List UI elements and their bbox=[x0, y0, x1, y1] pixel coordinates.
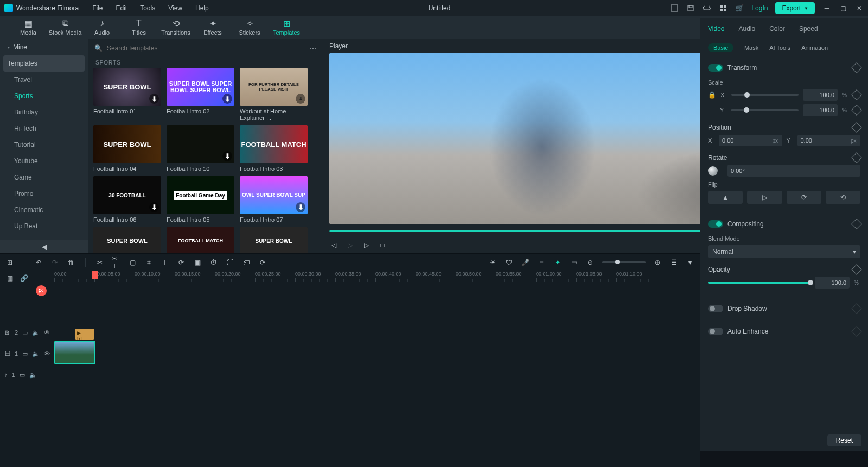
frame-icon[interactable]: ▭ bbox=[570, 258, 578, 267]
transform-toggle[interactable] bbox=[708, 64, 723, 72]
cat-cinematic[interactable]: Cinematic bbox=[0, 202, 88, 218]
sidebar-mine[interactable]: Mine bbox=[0, 39, 88, 55]
keyframe-icon[interactable] bbox=[851, 62, 862, 73]
export-button[interactable]: Export▼ bbox=[775, 2, 815, 14]
play-icon[interactable]: ▷ bbox=[362, 241, 371, 250]
more-icon[interactable]: ▾ bbox=[686, 258, 694, 267]
nav-titles[interactable]: TTitles bbox=[120, 16, 157, 39]
zoom-in-icon[interactable]: ⊕ bbox=[653, 258, 662, 267]
keyframe-icon[interactable] bbox=[851, 152, 862, 163]
tab-color[interactable]: Color bbox=[769, 25, 785, 33]
scale-y-slider[interactable] bbox=[731, 109, 799, 111]
menu-view[interactable]: View bbox=[168, 4, 182, 12]
tab-speed[interactable]: Speed bbox=[799, 25, 818, 33]
nav-templates[interactable]: ⊞Templates bbox=[268, 16, 305, 39]
nav-stickers[interactable]: ✧Stickers bbox=[231, 16, 268, 39]
tab-video[interactable]: Video bbox=[708, 25, 724, 33]
play-back-icon[interactable]: ▷ bbox=[346, 241, 354, 250]
template-card[interactable]: FOR FURTHER DETAILS PLEASE VISIT⬇Workout… bbox=[240, 68, 308, 121]
track-mute-icon[interactable]: 🔈 bbox=[32, 350, 40, 357]
list-icon[interactable]: ≡ bbox=[537, 258, 546, 267]
cat-youtube[interactable]: Youtube bbox=[0, 153, 88, 169]
template-card[interactable]: FOOTBALL MATCHFootball Intro 03 bbox=[240, 125, 308, 172]
playhead[interactable] bbox=[92, 271, 98, 279]
cat-hitech[interactable]: Hi-Tech bbox=[0, 120, 88, 137]
menu-file[interactable]: File bbox=[92, 4, 103, 12]
title-clip[interactable]: ▶ RE... bbox=[75, 329, 94, 340]
template-card[interactable]: SUPER BOWL bbox=[93, 227, 161, 253]
flip-h-button[interactable]: ▲ bbox=[708, 191, 743, 204]
template-card[interactable]: SUPER BOWL⬇Football Intro 01 bbox=[93, 68, 161, 121]
download-icon[interactable]: ⬇ bbox=[149, 202, 159, 212]
redo-icon[interactable]: ↷ bbox=[50, 258, 59, 267]
pos-x-input[interactable]: 0.00px bbox=[719, 135, 782, 146]
track-mute-icon[interactable]: 🔈 bbox=[29, 372, 37, 379]
nav-transitions[interactable]: ⟲Transitions bbox=[157, 16, 194, 39]
keyframe-icon[interactable] bbox=[851, 264, 862, 275]
tag-icon[interactable]: 🏷 bbox=[242, 258, 251, 267]
sidebar-templates[interactable]: Templates bbox=[3, 55, 85, 72]
subtab-basic[interactable]: Basic bbox=[708, 43, 733, 52]
screenshot-icon[interactable] bbox=[670, 4, 679, 12]
track-eye-icon[interactable]: 👁 bbox=[44, 329, 50, 336]
subtab-aitools[interactable]: AI Tools bbox=[769, 44, 790, 51]
cat-upbeat[interactable]: Up Beat bbox=[0, 218, 88, 234]
colorbox-icon[interactable]: ▣ bbox=[193, 258, 202, 267]
download-icon[interactable]: ⬇ bbox=[296, 202, 305, 212]
cut-marker[interactable] bbox=[36, 285, 47, 296]
track-manage-icon[interactable]: ▥ bbox=[5, 274, 14, 283]
nav-audio[interactable]: ♪Audio bbox=[84, 16, 120, 39]
keyframe-icon[interactable] bbox=[851, 219, 862, 229]
template-card[interactable]: SUPER BOWLFootball Intro 04 bbox=[93, 125, 161, 172]
dropshadow-toggle[interactable] bbox=[708, 305, 723, 312]
track-lock-icon[interactable]: ▭ bbox=[20, 372, 25, 379]
sync-icon[interactable]: ⟳ bbox=[258, 258, 267, 267]
delete-icon[interactable]: 🗑 bbox=[67, 258, 75, 267]
shield-icon[interactable]: 🛡 bbox=[505, 258, 513, 267]
keyframe-icon[interactable] bbox=[851, 89, 862, 100]
nav-stock[interactable]: ⧉Stock Media bbox=[47, 16, 84, 39]
template-card[interactable]: 30 FOOTBALL⬇Football Intro 06 bbox=[93, 176, 161, 223]
cat-travel[interactable]: Travel bbox=[0, 72, 88, 88]
pos-y-input[interactable]: 0.00px bbox=[797, 135, 861, 146]
maximize-icon[interactable]: ▢ bbox=[839, 4, 847, 12]
compositing-toggle[interactable] bbox=[708, 220, 723, 228]
split-icon[interactable]: ✂⊥ bbox=[112, 258, 120, 267]
timer-icon[interactable]: ⏱ bbox=[209, 258, 218, 267]
keyframe-icon[interactable] bbox=[851, 303, 862, 314]
template-card[interactable]: FOOTBALL MATCH bbox=[167, 227, 234, 253]
menu-tools[interactable]: Tools bbox=[140, 4, 155, 12]
cat-tutorial[interactable]: Tutorial bbox=[0, 137, 88, 153]
grid-icon[interactable] bbox=[719, 4, 727, 12]
template-card[interactable]: SUPER BOWL bbox=[240, 227, 308, 253]
scale-y-value[interactable]: 100.0 bbox=[803, 104, 838, 116]
cat-birthday[interactable]: Birthday bbox=[0, 104, 88, 120]
rotate-input[interactable]: 0.00° bbox=[727, 165, 860, 177]
menu-edit[interactable]: Edit bbox=[116, 4, 127, 12]
grid-view-icon[interactable]: ⊞ bbox=[5, 258, 14, 267]
tab-audio[interactable]: Audio bbox=[738, 25, 755, 33]
download-icon[interactable]: ⬇ bbox=[149, 94, 159, 104]
download-icon[interactable]: ⬇ bbox=[222, 151, 232, 161]
zoom-slider[interactable] bbox=[602, 261, 646, 263]
rotate-ccw-button[interactable]: ⟲ bbox=[826, 191, 860, 204]
step-back-icon[interactable]: ◁ bbox=[329, 241, 338, 250]
keyframe-icon[interactable] bbox=[851, 326, 862, 337]
collapse-sidebar-icon[interactable]: ◀ bbox=[0, 240, 88, 253]
template-card[interactable]: ⬇Football Intro 10 bbox=[167, 125, 234, 172]
tracks-icon[interactable]: ☰ bbox=[669, 258, 678, 267]
nav-effects[interactable]: ✦Effects bbox=[194, 16, 231, 39]
blend-select[interactable]: Normal▾ bbox=[708, 245, 860, 258]
more-icon[interactable]: ⋯ bbox=[310, 44, 316, 52]
subtab-animation[interactable]: Animation bbox=[801, 44, 828, 51]
download-icon[interactable]: ⬇ bbox=[222, 94, 232, 104]
fit-icon[interactable]: ⛶ bbox=[226, 258, 234, 267]
zoom-out-icon[interactable]: ⊖ bbox=[586, 258, 595, 267]
opacity-value[interactable]: 100.0 bbox=[815, 277, 850, 289]
undo-icon[interactable]: ↶ bbox=[34, 258, 43, 267]
text-icon[interactable]: T bbox=[161, 258, 169, 267]
template-card[interactable]: Football Game DayFootball Intro 05 bbox=[167, 176, 234, 223]
time-ruler[interactable]: 00:0000:00:05:0000:00:10:0000:00:15:0000… bbox=[54, 271, 700, 285]
track-lock-icon[interactable]: ▭ bbox=[22, 350, 28, 357]
cart-icon[interactable]: 🛒 bbox=[735, 4, 744, 12]
